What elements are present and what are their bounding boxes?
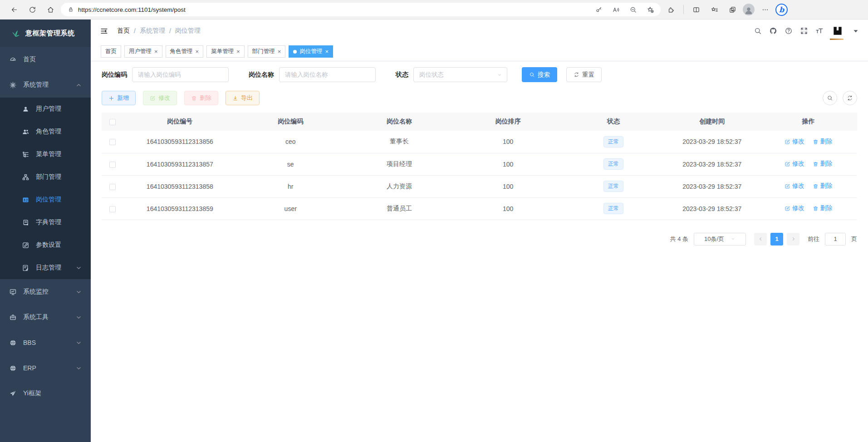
add-button[interactable]: 新增 [102,91,136,105]
post-name-label: 岗位名称 [249,71,274,79]
toggle-search-button[interactable] [823,91,837,105]
tab-posts[interactable]: 岗位管理 × [289,45,333,58]
edit-button[interactable]: 修改 [143,91,177,105]
reset-button[interactable]: 重置 [566,67,602,82]
sidebar-item-home[interactable]: 首页 [0,47,91,72]
sidebar-item-posts[interactable]: 岗位管理 [0,188,91,211]
password-key-button[interactable] [591,3,606,16]
row-delete-link[interactable]: 删除 [813,182,833,190]
reset-button-label: 重置 [582,71,594,79]
user-avatar[interactable] [831,24,844,38]
badge-icon [22,196,29,204]
sidebar-item-label: 菜单管理 [36,150,61,158]
browser-home-button[interactable] [43,3,58,16]
row-checkbox[interactable] [109,162,116,168]
favorites-bar-button[interactable] [706,3,722,16]
sidebar-item-label: 参数设置 [36,241,61,249]
row-checkbox[interactable] [109,139,116,145]
export-button[interactable]: 导出 [226,91,260,105]
sidebar-item-departments[interactable]: 部门管理 [0,166,91,188]
tab-menus[interactable]: 菜单管理 × [206,45,245,58]
tab-close-icon[interactable]: × [278,48,281,55]
tab-close-icon[interactable]: × [325,48,329,55]
sidebar-item-bbs[interactable]: BBS [0,330,91,355]
tab-close-icon[interactable]: × [196,48,199,55]
next-page-button[interactable] [787,233,799,246]
url-text[interactable]: https://ccnetcore.com:1101/system/post [78,6,587,13]
breadcrumb-system[interactable]: 系统管理 [140,27,165,35]
page-1-button[interactable]: 1 [770,233,783,246]
split-screen-button[interactable] [688,3,704,16]
app-logo: 意框架管理系统 [0,20,91,47]
browser-menu-button[interactable] [757,3,773,16]
sidebar-item-label: 日志管理 [36,264,61,272]
row-delete-link[interactable]: 删除 [813,160,833,168]
users-icon [22,128,29,136]
github-icon[interactable] [769,27,777,35]
avatar-caret-icon[interactable] [852,27,860,35]
tab-label: 用户管理 [129,48,152,55]
tree-list-icon [22,151,29,158]
read-aloud-button[interactable] [608,3,623,16]
status-select[interactable]: 岗位状态 [413,67,507,82]
row-checkbox[interactable] [109,184,116,190]
sidebar-item-dict[interactable]: 字典管理 [0,211,91,234]
status-placeholder: 岗位状态 [419,71,444,79]
refresh-table-button[interactable] [843,91,857,105]
tab-close-icon[interactable]: × [236,48,240,55]
extensions-button[interactable] [663,3,679,16]
row-delete-link[interactable]: 删除 [813,204,833,212]
breadcrumb-separator: / [134,27,136,34]
sidebar-item-params[interactable]: 参数设置 [0,234,91,256]
zoom-out-button[interactable] [625,3,641,16]
prev-page-button[interactable] [754,233,767,246]
sidebar-item-tools[interactable]: 系统工具 [0,304,91,330]
sidebar-item-erp[interactable]: ERP [0,355,91,381]
breadcrumb-home[interactable]: 首页 [117,27,130,35]
address-bar[interactable]: https://ccnetcore.com:1101/system/post [61,3,661,16]
total-count: 共 4 条 [670,235,688,243]
tab-home[interactable]: 首页 [101,45,121,58]
cell-post-code: se [236,153,345,175]
row-delete-link[interactable]: 删除 [813,138,833,146]
post-name-input[interactable] [279,67,376,82]
help-icon[interactable] [785,27,793,35]
favorite-add-button[interactable] [642,3,658,16]
sidebar-item-menus[interactable]: 菜单管理 [0,143,91,166]
sidebar-collapse-button[interactable] [97,24,111,38]
collections-button[interactable] [725,3,740,16]
page-size-select[interactable]: 10条/页 [694,233,746,246]
post-code-input[interactable] [132,67,229,82]
chevron-down-icon [75,339,83,347]
sidebar-item-logs[interactable]: 日志管理 [0,256,91,279]
row-edit-link[interactable]: 修改 [785,160,804,168]
header-search-icon[interactable] [754,27,762,35]
trash-icon [813,206,819,211]
browser-refresh-button[interactable] [25,3,40,16]
row-edit-link[interactable]: 修改 [785,204,804,212]
row-edit-link[interactable]: 修改 [785,182,804,190]
sidebar-item-monitor[interactable]: 系统监控 [0,279,91,304]
sidebar-item-users[interactable]: 用户管理 [0,98,91,120]
browser-profile-avatar[interactable] [743,4,755,15]
trash-icon [813,161,819,167]
tab-users[interactable]: 用户管理 × [124,45,162,58]
search-button[interactable]: 搜索 [522,67,557,82]
row-edit-link[interactable]: 修改 [785,138,804,146]
select-all-checkbox[interactable] [109,119,116,125]
row-delete-label: 删除 [820,138,833,146]
fullscreen-icon[interactable] [800,27,808,35]
delete-button[interactable]: 删除 [184,91,218,105]
sidebar-item-system[interactable]: 系统管理 [0,72,91,98]
goto-page-input[interactable] [825,233,846,246]
tab-roles[interactable]: 角色管理 × [166,45,204,58]
sidebar-item-yi[interactable]: Yi框架 [0,381,91,406]
sidebar-item-roles[interactable]: 角色管理 [0,120,91,143]
row-checkbox[interactable] [109,206,116,212]
browser-back-button[interactable] [6,3,22,16]
copilot-icon[interactable]: b [775,4,788,16]
tab-departments[interactable]: 部门管理 × [248,45,286,58]
tab-close-icon[interactable]: × [154,48,158,55]
lock-icon [67,6,74,13]
text-size-icon[interactable] [815,27,824,35]
